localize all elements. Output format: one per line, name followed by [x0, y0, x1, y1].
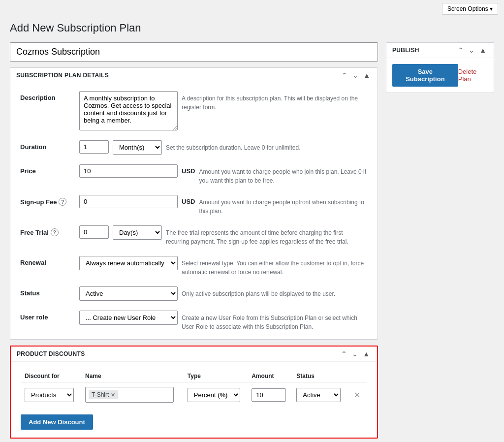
status-select[interactable]: Active Inactive	[79, 286, 178, 301]
remove-discount-row-button[interactable]: ✕	[352, 390, 362, 400]
status-header: Status	[292, 370, 347, 383]
discounts-table: Discount for Name Type Amount Status	[21, 370, 367, 407]
publish-actions: Save Subscription Delete Plan	[392, 64, 488, 87]
price-row: Price USD Amount you want to charge peop…	[20, 164, 368, 185]
renewal-label: Renewal	[20, 256, 79, 266]
screen-options-button[interactable]: Screen Options ▾	[442, 3, 498, 15]
product-discounts-panel: PRODUCT DISCOUNTS ⌃ ⌄ ▲ Discount for Nam…	[10, 346, 378, 439]
signup-fee-hint: Amount you want to charge people upfront…	[199, 195, 368, 216]
publish-panel-down-button[interactable]: ⌄	[467, 47, 476, 54]
panel-collapse-up-button[interactable]: ⌃	[340, 72, 349, 79]
free-trial-unit-select[interactable]: Day(s) Week(s) Month(s) Year(s)	[113, 225, 162, 240]
user-role-hint: Create a new User Role from this Subscri…	[182, 311, 368, 331]
main-layout: SUBSCRIPTION PLAN DETAILS ⌃ ⌄ ▲ Descript…	[0, 42, 504, 442]
publish-panel-header: PUBLISH ⌃ ⌄ ▲	[386, 43, 494, 58]
discount-type-select[interactable]: Percent (%) Fixed	[188, 388, 240, 402]
tag-tshirt: T-Shirt ✕	[89, 390, 118, 399]
free-trial-help-icon[interactable]: ?	[51, 228, 59, 236]
discount-amount-input[interactable]	[252, 388, 286, 402]
name-header: Name	[81, 370, 184, 383]
add-new-discount-button[interactable]: Add New Discount	[21, 414, 93, 430]
save-subscription-button[interactable]: Save Subscription	[392, 64, 458, 87]
free-trial-row: Free Trial ? Day(s) Week(s) Month(s) Yea…	[20, 225, 368, 246]
duration-label: Duration	[20, 140, 79, 151]
renewal-field: Always renew automatically Customer opt-…	[79, 256, 368, 277]
status-row: Status Active Inactive Only active subsc…	[20, 286, 368, 301]
discount-type-cell: Percent (%) Fixed	[184, 383, 248, 407]
price-field: USD Amount you want to charge people who…	[79, 164, 368, 185]
topbar: Screen Options ▾	[0, 0, 504, 18]
description-hint: A description for this subscription plan…	[182, 91, 368, 112]
subscription-plan-details-title: SUBSCRIPTION PLAN DETAILS	[16, 72, 109, 79]
product-discounts-title: PRODUCT DISCOUNTS	[17, 350, 85, 357]
delete-plan-link[interactable]: Delete Plan	[458, 68, 488, 83]
publish-panel-title: PUBLISH	[392, 47, 419, 54]
publish-panel: PUBLISH ⌃ ⌄ ▲ Save Subscription Delete P…	[386, 42, 494, 93]
discount-for-cell: Products Categories Tags	[21, 383, 81, 407]
page-title: Add New Subscription Plan	[0, 18, 504, 42]
renewal-hint: Select renewal type. You can either allo…	[182, 256, 368, 277]
renewal-row: Renewal Always renew automatically Custo…	[20, 256, 368, 277]
status-field: Active Inactive Only active subscription…	[79, 286, 368, 301]
panel-close-button[interactable]: ▲	[362, 72, 372, 79]
main-content: SUBSCRIPTION PLAN DETAILS ⌃ ⌄ ▲ Descript…	[10, 42, 378, 439]
publish-panel-body: Save Subscription Delete Plan	[386, 58, 494, 93]
signup-fee-help-icon[interactable]: ?	[59, 198, 66, 206]
panel-controls: ⌃ ⌄ ▲	[340, 72, 372, 79]
signup-fee-label: Sign-up Fee ?	[20, 195, 79, 206]
duration-unit-select[interactable]: Month(s) Day(s) Week(s) Year(s)	[113, 140, 162, 155]
type-header: Type	[184, 370, 248, 383]
free-trial-input[interactable]	[79, 225, 109, 239]
description-label: Description	[20, 91, 79, 101]
duration-input[interactable]	[79, 140, 109, 154]
signup-fee-row: Sign-up Fee ? USD Amount you want to cha…	[20, 195, 368, 216]
table-row: Products Categories Tags T-Shirt ✕	[21, 383, 367, 407]
signup-fee-currency: USD	[182, 195, 195, 205]
tag-input-container[interactable]: T-Shirt ✕	[85, 387, 174, 403]
user-role-row: User role ... Create new User Role Subsc…	[20, 311, 368, 331]
user-role-label: User role	[20, 311, 79, 321]
duration-field: Month(s) Day(s) Week(s) Year(s) Set the …	[79, 140, 368, 155]
signup-fee-input[interactable]	[79, 195, 178, 208]
discount-for-select[interactable]: Products Categories Tags	[25, 388, 74, 402]
price-hint: Amount you want to charge people who joi…	[199, 164, 368, 185]
discount-remove-cell: ✕	[348, 383, 367, 407]
subscription-title-input[interactable]	[10, 42, 378, 62]
discount-name-cell: T-Shirt ✕	[81, 383, 184, 407]
publish-panel-controls: ⌃ ⌄ ▲	[456, 47, 488, 54]
panel-collapse-down-button[interactable]: ⌄	[351, 72, 360, 79]
tag-remove-button[interactable]: ✕	[111, 392, 115, 398]
tag-label: T-Shirt	[92, 391, 109, 398]
free-trial-field: Day(s) Week(s) Month(s) Year(s) The free…	[79, 225, 368, 246]
product-discounts-body: Discount for Name Type Amount Status	[11, 362, 377, 438]
status-label: Status	[20, 286, 79, 297]
discounts-panel-up-button[interactable]: ⌃	[340, 350, 348, 357]
subscription-plan-details-body: Description A monthly subscription to Co…	[10, 83, 378, 339]
publish-panel-close-button[interactable]: ▲	[478, 47, 488, 54]
actions-header	[348, 370, 367, 383]
discount-amount-cell	[248, 383, 292, 407]
discounts-panel-close-button[interactable]: ▲	[361, 350, 371, 357]
subscription-plan-details-header: SUBSCRIPTION PLAN DETAILS ⌃ ⌄ ▲	[10, 68, 378, 83]
duration-row: Duration Month(s) Day(s) Week(s) Year(s)…	[20, 140, 368, 155]
description-row: Description A monthly subscription to Co…	[20, 91, 368, 130]
user-role-select[interactable]: ... Create new User Role Subscriber Edit…	[79, 311, 178, 325]
free-trial-label: Free Trial ?	[20, 225, 79, 236]
sidebar: PUBLISH ⌃ ⌄ ▲ Save Subscription Delete P…	[386, 42, 494, 93]
amount-header: Amount	[248, 370, 292, 383]
user-role-field: ... Create new User Role Subscriber Edit…	[79, 311, 368, 331]
free-trial-hint: The free trial represents the amount of …	[166, 225, 368, 246]
description-field: A monthly subscription to Cozmos. Get ac…	[79, 91, 368, 130]
status-hint: Only active subscription plans will be d…	[182, 286, 368, 298]
renewal-select[interactable]: Always renew automatically Customer opt-…	[79, 256, 178, 270]
discounts-panel-down-button[interactable]: ⌄	[350, 350, 359, 357]
discount-status-select[interactable]: Active Inactive	[296, 388, 341, 402]
discounts-panel-controls: ⌃ ⌄ ▲	[340, 350, 371, 357]
price-currency: USD	[182, 164, 195, 175]
publish-panel-up-button[interactable]: ⌃	[456, 47, 465, 54]
description-textarea[interactable]: A monthly subscription to Cozmos. Get ac…	[79, 91, 178, 130]
price-input[interactable]	[79, 164, 178, 178]
price-label: Price	[20, 164, 79, 175]
subscription-plan-details-panel: SUBSCRIPTION PLAN DETAILS ⌃ ⌄ ▲ Descript…	[10, 67, 378, 340]
signup-fee-field: USD Amount you want to charge people upf…	[79, 195, 368, 216]
